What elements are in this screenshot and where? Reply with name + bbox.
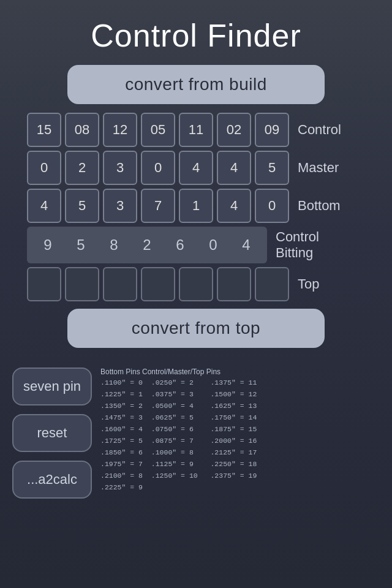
control-bitting-label: Control Bitting — [276, 229, 331, 262]
control-cell-0[interactable]: 15 — [27, 113, 61, 147]
top-cell-2[interactable] — [103, 267, 137, 301]
convert-from-top-button[interactable]: convert from top — [67, 309, 325, 348]
control-row: 15 08 12 05 11 02 09 Control — [0, 113, 392, 147]
top-label: Top — [298, 276, 353, 292]
bottom-row: 4 5 3 7 1 4 0 Bottom — [0, 189, 392, 223]
bottom-label: Bottom — [298, 198, 353, 214]
bottom-cell-2[interactable]: 3 — [103, 189, 137, 223]
a2calc-button[interactable]: ...a2calc — [12, 461, 92, 499]
cb-cell-6: 4 — [232, 230, 261, 260]
cb-cell-0: 9 — [33, 230, 62, 260]
bottom-cell-0[interactable]: 4 — [27, 189, 61, 223]
cb-cell-3: 2 — [132, 230, 162, 260]
top-cell-5[interactable] — [217, 267, 251, 301]
control-cell-6[interactable]: 09 — [255, 113, 289, 147]
cb-cell-2: 8 — [99, 230, 129, 260]
reset-button[interactable]: reset — [12, 414, 92, 452]
master-row: 0 2 3 0 4 4 5 Master — [0, 151, 392, 185]
control-cell-2[interactable]: 12 — [103, 113, 137, 147]
top-cell-6[interactable] — [255, 267, 289, 301]
top-cell-1[interactable] — [65, 267, 99, 301]
cb-cell-5: 0 — [198, 230, 228, 260]
seven-pin-button[interactable]: seven pin — [12, 368, 92, 405]
ref-table-body: .1100" = 0 .0250" = 2 .1375" = 11 .1225"… — [100, 377, 257, 494]
left-buttons: seven pin reset ...a2calc — [12, 368, 92, 499]
master-cells: 0 2 3 0 4 4 5 — [27, 151, 289, 185]
bottom-cell-4[interactable]: 1 — [179, 189, 213, 223]
control-cell-1[interactable]: 08 — [65, 113, 99, 147]
top-cell-0[interactable] — [27, 267, 61, 301]
bottom-cell-6[interactable]: 0 — [255, 189, 289, 223]
bottom-cells: 4 5 3 7 1 4 0 — [27, 189, 289, 223]
master-cell-1[interactable]: 2 — [65, 151, 99, 185]
convert-from-build-button[interactable]: convert from build — [67, 65, 325, 104]
bottom-cell-3[interactable]: 7 — [141, 189, 175, 223]
control-cell-3[interactable]: 05 — [141, 113, 175, 147]
master-cell-5[interactable]: 4 — [217, 151, 251, 185]
reference-table: Bottom Pins Control/Master/Top Pins .110… — [100, 368, 257, 494]
top-cell-4[interactable] — [179, 267, 213, 301]
master-cell-6[interactable]: 5 — [255, 151, 289, 185]
page-title: Control Finder — [0, 0, 392, 65]
bottom-cell-1[interactable]: 5 — [65, 189, 99, 223]
cb-cell-4: 6 — [165, 230, 195, 260]
control-label: Control — [298, 122, 353, 138]
top-cells — [27, 267, 289, 301]
bottom-section: seven pin reset ...a2calc Bottom Pins Co… — [0, 356, 392, 499]
control-cell-4[interactable]: 11 — [179, 113, 213, 147]
cb-cell-1: 5 — [66, 230, 96, 260]
control-bitting-row: 9 5 8 2 6 0 4 Control Bitting — [0, 227, 392, 263]
master-cell-2[interactable]: 3 — [103, 151, 137, 185]
top-cell-3[interactable] — [141, 267, 175, 301]
control-cell-5[interactable]: 02 — [217, 113, 251, 147]
ref-table-header: Bottom Pins Control/Master/Top Pins — [100, 368, 257, 376]
top-row: Top — [0, 267, 392, 301]
master-cell-0[interactable]: 0 — [27, 151, 61, 185]
master-cell-3[interactable]: 0 — [141, 151, 175, 185]
master-cell-4[interactable]: 4 — [179, 151, 213, 185]
control-cells: 15 08 12 05 11 02 09 — [27, 113, 289, 147]
control-bitting-cells: 9 5 8 2 6 0 4 — [27, 227, 267, 263]
master-label: Master — [298, 160, 353, 176]
bottom-cell-5[interactable]: 4 — [217, 189, 251, 223]
